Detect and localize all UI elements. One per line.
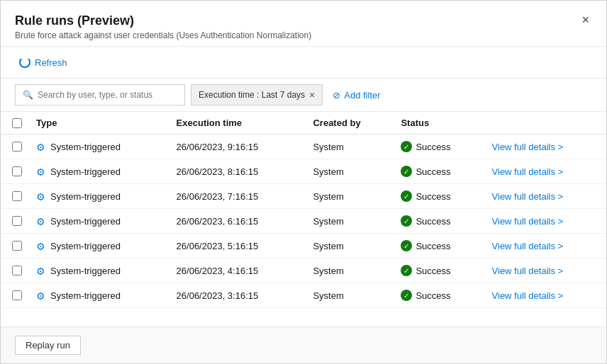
- filter-icon: ⊘: [333, 90, 340, 101]
- row-status: ✓ Success: [394, 184, 484, 209]
- search-input[interactable]: [38, 90, 177, 100]
- view-full-details-link[interactable]: View full details >: [492, 290, 564, 301]
- row-created-by: System: [306, 184, 394, 209]
- status-success-icon: ✓: [401, 290, 412, 301]
- col-actions: [485, 112, 606, 135]
- table-row: ⚙ System-triggered 26/06/2023, 5:16:15 S…: [1, 234, 606, 258]
- row-status: ✓ Success: [394, 234, 484, 258]
- system-triggered-icon: ⚙: [36, 216, 46, 226]
- row-type-label: System-triggered: [50, 290, 121, 301]
- col-type: Type: [29, 112, 169, 135]
- row-status: ✓ Success: [394, 159, 484, 184]
- row-type-label: System-triggered: [50, 266, 121, 276]
- col-status: Status: [394, 112, 484, 135]
- system-triggered-icon: ⚙: [36, 290, 46, 300]
- row-checkbox-cell: [1, 184, 29, 209]
- table-header-row: Type Execution time Created by Status: [1, 112, 606, 135]
- row-created-by: System: [306, 258, 394, 283]
- table-row: ⚙ System-triggered 26/06/2023, 6:16:15 S…: [1, 209, 606, 234]
- table-body: ⚙ System-triggered 26/06/2023, 9:16:15 S…: [1, 135, 606, 308]
- status-label: Success: [416, 241, 450, 251]
- row-type-label: System-triggered: [50, 142, 121, 152]
- col-execution-time: Execution time: [169, 112, 306, 135]
- add-filter-button[interactable]: ⊘ Add filter: [328, 87, 384, 103]
- row-type-cell: ⚙ System-triggered: [29, 234, 169, 258]
- row-status: ✓ Success: [394, 258, 484, 283]
- row-type-label: System-triggered: [50, 216, 121, 227]
- view-full-details-link[interactable]: View full details >: [492, 191, 564, 202]
- status-success-icon: ✓: [401, 166, 412, 177]
- row-execution-time: 26/06/2023, 6:16:15: [169, 209, 306, 234]
- table-container: Type Execution time Created by Status ⚙ …: [1, 112, 606, 326]
- dialog-title: Rule runs (Preview): [15, 13, 592, 28]
- col-created-by: Created by: [306, 112, 394, 135]
- system-triggered-icon: ⚙: [36, 241, 46, 251]
- row-checkbox-5[interactable]: [12, 266, 22, 275]
- status-label: Success: [416, 191, 450, 202]
- search-icon: 🔍: [23, 90, 33, 100]
- row-action-cell: View full details >: [485, 135, 606, 159]
- view-full-details-link[interactable]: View full details >: [492, 166, 564, 177]
- row-status: ✓ Success: [394, 283, 484, 308]
- row-execution-time: 26/06/2023, 7:16:15: [169, 184, 306, 209]
- row-checkbox-cell: [1, 283, 29, 308]
- table-row: ⚙ System-triggered 26/06/2023, 3:16:15 S…: [1, 283, 606, 308]
- row-checkbox-3[interactable]: [12, 216, 22, 226]
- close-button[interactable]: ×: [577, 12, 594, 28]
- view-full-details-link[interactable]: View full details >: [492, 266, 564, 276]
- row-checkbox-cell: [1, 135, 29, 159]
- row-checkbox-1[interactable]: [12, 166, 22, 176]
- row-action-cell: View full details >: [485, 184, 606, 209]
- execution-time-filter-chip: Execution time : Last 7 days ×: [191, 84, 323, 106]
- system-triggered-icon: ⚙: [36, 266, 46, 275]
- row-checkbox-4[interactable]: [12, 241, 22, 251]
- dialog-header: Rule runs (Preview) Brute force attack a…: [1, 1, 606, 47]
- runs-table: Type Execution time Created by Status ⚙ …: [1, 112, 606, 308]
- row-created-by: System: [306, 159, 394, 184]
- row-checkbox-0[interactable]: [12, 142, 22, 152]
- status-label: Success: [416, 216, 450, 227]
- select-all-checkbox[interactable]: [12, 118, 22, 128]
- system-triggered-icon: ⚙: [36, 142, 46, 152]
- table-row: ⚙ System-triggered 26/06/2023, 8:16:15 S…: [1, 159, 606, 184]
- add-filter-label: Add filter: [344, 90, 380, 101]
- replay-run-button[interactable]: Replay run: [15, 336, 81, 355]
- row-execution-time: 26/06/2023, 8:16:15: [169, 159, 306, 184]
- row-type-cell: ⚙ System-triggered: [29, 283, 169, 308]
- row-checkbox-2[interactable]: [12, 191, 22, 201]
- view-full-details-link[interactable]: View full details >: [492, 216, 564, 227]
- refresh-button[interactable]: Refresh: [15, 54, 72, 71]
- row-execution-time: 26/06/2023, 4:16:15: [169, 258, 306, 283]
- status-success-icon: ✓: [401, 240, 412, 251]
- row-checkbox-cell: [1, 209, 29, 234]
- status-success-icon: ✓: [401, 141, 412, 152]
- filter-chip-close[interactable]: ×: [309, 90, 315, 100]
- filter-chip-label: Execution time : Last 7 days: [199, 90, 305, 100]
- row-execution-time: 26/06/2023, 3:16:15: [169, 283, 306, 308]
- system-triggered-icon: ⚙: [36, 166, 46, 176]
- table-row: ⚙ System-triggered 26/06/2023, 4:16:15 S…: [1, 258, 606, 283]
- table-row: ⚙ System-triggered 26/06/2023, 9:16:15 S…: [1, 135, 606, 159]
- row-checkbox-cell: [1, 159, 29, 184]
- row-action-cell: View full details >: [485, 234, 606, 258]
- status-success-icon: ✓: [401, 215, 412, 227]
- dialog-subtitle: Brute force attack against user credenti…: [15, 30, 592, 40]
- row-type-cell: ⚙ System-triggered: [29, 184, 169, 209]
- refresh-icon: [19, 57, 30, 68]
- row-status: ✓ Success: [394, 209, 484, 234]
- view-full-details-link[interactable]: View full details >: [492, 241, 564, 251]
- status-label: Success: [416, 142, 450, 152]
- row-action-cell: View full details >: [485, 209, 606, 234]
- row-type-cell: ⚙ System-triggered: [29, 209, 169, 234]
- row-execution-time: 26/06/2023, 5:16:15: [169, 234, 306, 258]
- row-execution-time: 26/06/2023, 9:16:15: [169, 135, 306, 159]
- view-full-details-link[interactable]: View full details >: [492, 142, 564, 152]
- search-box[interactable]: 🔍: [15, 84, 185, 106]
- rule-runs-dialog: Rule runs (Preview) Brute force attack a…: [0, 0, 607, 364]
- row-type-cell: ⚙ System-triggered: [29, 135, 169, 159]
- row-status: ✓ Success: [394, 135, 484, 159]
- row-checkbox-6[interactable]: [12, 290, 22, 300]
- status-label: Success: [416, 290, 450, 301]
- row-created-by: System: [306, 283, 394, 308]
- row-type-cell: ⚙ System-triggered: [29, 159, 169, 184]
